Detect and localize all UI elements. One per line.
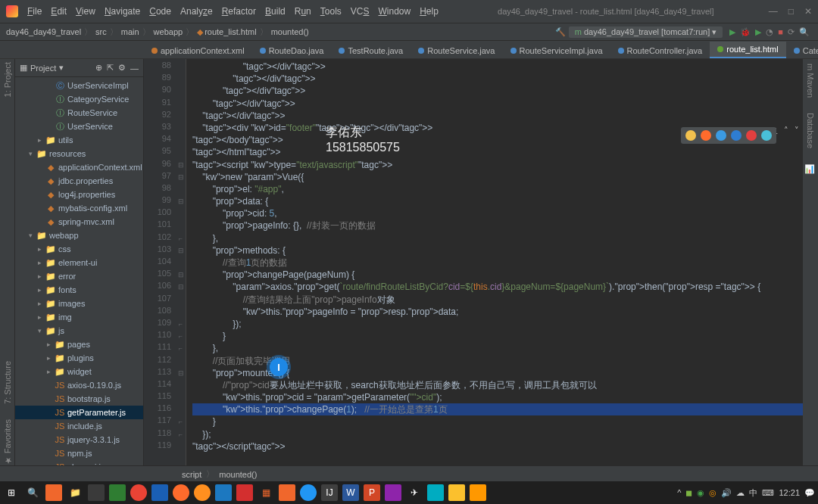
editor-crumb-0[interactable]: script	[182, 470, 201, 479]
editor-tab[interactable]: CategoryDao.java	[786, 43, 818, 58]
editor-crumb-1[interactable]: mounted()	[219, 470, 257, 479]
tree-item[interactable]: ▸📁utils	[15, 133, 143, 147]
editor-tab[interactable]: route_list.html	[710, 42, 785, 58]
file-explorer-icon[interactable]: 📁	[67, 484, 83, 501]
tree-item[interactable]: ▸📁img	[15, 310, 143, 324]
menu-edit[interactable]: Edit	[46, 6, 71, 17]
tree-item[interactable]: ▸📁css	[15, 242, 143, 256]
menu-run[interactable]: Run	[290, 6, 316, 17]
chrome-icon[interactable]	[685, 130, 696, 141]
tree-item[interactable]: ▾📁resources	[15, 147, 143, 160]
tree-item[interactable]: ▸📁widget	[15, 365, 143, 378]
fold-gutter[interactable]: ⊟⊟⊟⌐⊟⊟⊟⌐⌐⌐⊟⌐⌐	[176, 59, 186, 465]
editor-tab[interactable]: applicationContext.xml	[144, 43, 252, 58]
ie-icon[interactable]	[716, 130, 726, 141]
code-editor[interactable]: 8889909192939495969798991001011021031041…	[144, 59, 818, 465]
menu-navigate[interactable]: Navigate	[100, 6, 145, 17]
tree-item[interactable]: ◆spring-mvc.xml	[15, 215, 143, 229]
tree-item[interactable]: ▸📁element-ui	[15, 256, 143, 269]
menu-window[interactable]: Window	[373, 6, 415, 17]
taskbar-clock[interactable]: 12:21	[779, 488, 800, 497]
tree-item[interactable]: JSnpm.js	[15, 446, 143, 460]
task-icon-4[interactable]	[151, 484, 168, 501]
sidebar-header[interactable]: ▦ Project ▾ ⊕ ⇱ ⚙ —	[15, 59, 143, 77]
task-icon-8[interactable]: ▦	[258, 484, 274, 501]
tree-item[interactable]: ◆log4j.properties	[15, 188, 143, 201]
tree-item[interactable]: JSinclude.js	[15, 419, 143, 433]
git-icon[interactable]: ⟳	[788, 27, 795, 37]
collapse-icon[interactable]: ⇱	[107, 63, 114, 73]
task-icon-5[interactable]	[194, 484, 211, 501]
menu-tools[interactable]: Tools	[316, 6, 346, 17]
word-icon[interactable]: W	[342, 484, 359, 501]
rail-structure[interactable]: 7: Structure	[3, 361, 12, 404]
system-tray[interactable]: ^ ◼ ◉ ◎ 🔊 ☁ 中 ⌨ 12:21 💬	[677, 487, 815, 499]
tree-item[interactable]: ⒾCategoryService	[15, 92, 143, 106]
tree-item[interactable]: JSgetParameter.js	[15, 406, 143, 419]
safari-icon[interactable]	[731, 130, 742, 141]
tree-item[interactable]: JSjquery-3.3.1.js	[15, 433, 143, 446]
task-icon-2[interactable]	[88, 484, 105, 501]
minimize-icon[interactable]: —	[769, 6, 778, 17]
rail-favorites[interactable]: ★ Favorites	[2, 419, 12, 465]
firefox-task-icon[interactable]	[173, 484, 189, 501]
stop-button-icon[interactable]: ■	[778, 27, 783, 36]
editor-tab[interactable]: RouteDao.java	[252, 43, 332, 58]
tree-item[interactable]: ⒸUserServiceImpl	[15, 79, 143, 92]
tree-item[interactable]: ◆jdbc.properties	[15, 174, 143, 188]
run-button-icon[interactable]: ▶	[729, 27, 735, 37]
editor-tab[interactable]: RouteController.java	[610, 43, 710, 58]
task-icon-15[interactable]	[470, 484, 486, 501]
code-area[interactable]: "tagc"></div"tagc">> "tagc"></div"tagc">…	[186, 59, 818, 465]
maximize-icon[interactable]: □	[788, 6, 794, 17]
tree-item[interactable]: ▾📁webapp	[15, 229, 143, 242]
locate-icon[interactable]: ⊕	[95, 63, 102, 73]
chrome-task-icon[interactable]	[130, 484, 147, 501]
debug-button-icon[interactable]: 🐞	[740, 27, 751, 37]
task-icon-3[interactable]	[109, 484, 126, 501]
crumb-0[interactable]: day46_day49_travel	[6, 27, 81, 36]
task-icon-12[interactable]: ✈	[406, 484, 423, 501]
task-icon-7[interactable]	[236, 484, 253, 501]
crumb-3[interactable]: webapp	[154, 27, 183, 36]
firefox-icon[interactable]	[701, 130, 711, 141]
menu-code[interactable]: Code	[145, 6, 176, 17]
tree-item[interactable]: JSplay-ani.js	[15, 460, 143, 465]
editor-tab[interactable]: TestRoute.java	[331, 43, 411, 58]
tree-item[interactable]: ▸📁images	[15, 297, 143, 310]
edge-icon[interactable]	[761, 130, 772, 141]
tree-item[interactable]: ▸📁fonts	[15, 283, 143, 297]
coverage-button-icon[interactable]: ▶	[755, 27, 761, 37]
task-icon-6[interactable]	[215, 484, 232, 501]
project-tree[interactable]: ⒸUserServiceImplⒾCategoryServiceⒾRouteSe…	[15, 77, 143, 465]
opera-icon[interactable]	[746, 130, 757, 141]
tree-item[interactable]: ⒾRouteService	[15, 106, 143, 120]
hammer-icon[interactable]: 🔨	[555, 27, 566, 37]
crumb-4[interactable]: route_list.html	[204, 27, 256, 36]
menu-vcs[interactable]: VCS	[346, 6, 374, 17]
rail-database[interactable]: Database	[806, 113, 815, 148]
task-icon-11[interactable]	[385, 484, 401, 501]
tree-item[interactable]: ▸📁error	[15, 269, 143, 283]
run-config-dropdown[interactable]: m day46_day49_travel [tomcat7:run] ▾	[569, 26, 723, 38]
tree-item[interactable]: ◆applicationContext.xml	[15, 160, 143, 174]
menu-file[interactable]: File	[23, 6, 46, 17]
menu-help[interactable]: Help	[415, 6, 443, 17]
ppt-icon[interactable]: P	[364, 484, 380, 501]
intellij-task-icon[interactable]: IJ	[321, 484, 338, 501]
crumb-2[interactable]: main	[121, 27, 139, 36]
tree-item[interactable]: ▾📁js	[15, 324, 143, 338]
search-icon[interactable]: 🔍	[799, 27, 810, 37]
rail-project[interactable]: 1: Project	[3, 62, 12, 97]
editor-tab[interactable]: RouteService.java	[411, 43, 502, 58]
task-icon-9[interactable]	[279, 484, 295, 501]
search-taskbar[interactable]: 🔍	[24, 484, 41, 501]
task-icon-10[interactable]	[300, 484, 317, 501]
task-icon-13[interactable]	[427, 484, 444, 501]
menu-refactor[interactable]: Refactor	[217, 6, 261, 17]
menu-build[interactable]: Build	[261, 6, 290, 17]
hide-icon[interactable]: —	[130, 64, 139, 73]
tree-item[interactable]: ▸📁plugins	[15, 351, 143, 365]
profiler-button-icon[interactable]: ◔	[766, 27, 773, 37]
task-icon-1[interactable]	[45, 484, 62, 501]
